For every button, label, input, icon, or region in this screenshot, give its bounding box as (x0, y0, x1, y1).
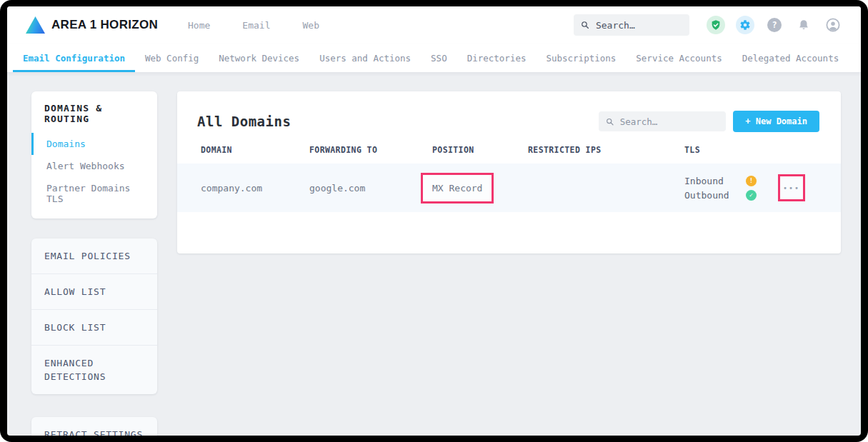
panel-header: All Domains + New Domain (177, 91, 841, 145)
tab-sso[interactable]: SSO (421, 44, 457, 72)
sidebar-section-allow-list[interactable]: ALLOW LIST (31, 273, 157, 309)
brand-name: AREA 1 HORIZON (51, 18, 158, 32)
tab-users-and-actions[interactable]: Users and Actions (309, 44, 421, 72)
gear-icon[interactable] (736, 16, 754, 34)
row-actions-menu-button[interactable]: ••• (778, 174, 805, 201)
search-icon (581, 20, 589, 30)
sidebar-section-enhanced-detections[interactable]: ENHANCED DETECTIONS (31, 345, 157, 394)
tab-delegated-accounts[interactable]: Delegated Accounts (732, 44, 849, 72)
sidebar-section-block-list[interactable]: BLOCK LIST (31, 309, 157, 345)
top-bar: AREA 1 HORIZON Home Email Web ? (7, 6, 861, 44)
top-nav-web[interactable]: Web (302, 20, 319, 31)
sidebar-section-email-policies[interactable]: EMAIL POLICIES (31, 238, 157, 273)
help-icon[interactable]: ? (765, 16, 784, 34)
ellipsis-icon: ••• (783, 184, 800, 192)
top-nav-email[interactable]: Email (242, 20, 270, 31)
brand-logo[interactable]: AREA 1 HORIZON (26, 16, 158, 34)
column-header-domain: DOMAIN (201, 145, 309, 155)
column-header-restricted-ips: RESTRICTED IPS (528, 145, 684, 155)
column-header-position: POSITION (432, 145, 528, 155)
bell-icon[interactable] (794, 16, 813, 34)
new-domain-button[interactable]: + New Domain (733, 111, 819, 132)
cell-domain: company.com (201, 183, 309, 194)
sidebar-item-domains[interactable]: Domains (31, 133, 157, 155)
check-icon: ✓ (746, 190, 757, 201)
tls-inbound-row: Inbound ! (684, 176, 781, 186)
sidebar-item-alert-webhooks[interactable]: Alert Webhooks (31, 155, 157, 177)
tls-outbound-row: Outbound ✓ (684, 190, 781, 201)
tab-network-devices[interactable]: Network Devices (209, 44, 309, 72)
area1-triangle-icon (26, 16, 45, 34)
shield-check-icon[interactable] (707, 16, 725, 34)
cell-actions: ••• (781, 174, 841, 201)
config-tab-bar: Email Configuration Web Config Network D… (7, 44, 861, 73)
policies-card: EMAIL POLICIES ALLOW LIST BLOCK LIST ENH… (31, 238, 157, 394)
tls-inbound-label: Inbound (684, 176, 746, 186)
global-search-input[interactable] (596, 20, 682, 31)
sidebar-item-partner-domains-tls[interactable]: Partner Domains TLS (31, 177, 157, 210)
search-icon (606, 117, 614, 126)
page-title: All Domains (197, 114, 291, 129)
warning-icon: ! (746, 176, 757, 186)
top-icon-row: ? (707, 16, 842, 34)
tab-service-accounts[interactable]: Service Accounts (626, 44, 732, 72)
domains-routing-title: DOMAINS & ROUTING (31, 91, 157, 133)
tab-subscriptions[interactable]: Subscriptions (536, 44, 626, 72)
sidebar: DOMAINS & ROUTING Domains Alert Webhooks… (31, 91, 157, 436)
page-body: DOMAINS & ROUTING Domains Alert Webhooks… (7, 73, 861, 436)
tab-email-configuration[interactable]: Email Configuration (13, 44, 135, 72)
column-header-forwarding-to: FORWARDING TO (309, 145, 432, 155)
domain-search-input[interactable] (620, 116, 719, 127)
top-nav: Home Email Web (188, 20, 319, 31)
global-search[interactable] (574, 14, 689, 36)
all-domains-panel: All Domains + New Domain DOMAIN FORWARDI… (177, 91, 841, 253)
table-header-row: DOMAIN FORWARDING TO POSITION RESTRICTED… (177, 145, 841, 164)
retract-settings-card: RETRACT SETTINGS (31, 417, 157, 436)
cell-forwarding-to: google.com (309, 183, 432, 194)
app-window: AREA 1 HORIZON Home Email Web ? (7, 6, 861, 436)
screenshot-frame: AREA 1 HORIZON Home Email Web ? (0, 0, 868, 442)
tls-outbound-label: Outbound (684, 190, 746, 201)
position-highlight-box: MX Record (421, 173, 494, 204)
table-row[interactable]: company.com google.com MX Record Inbound… (177, 164, 841, 212)
cell-position: MX Record (432, 173, 528, 204)
tab-web-config[interactable]: Web Config (135, 44, 209, 72)
position-value: MX Record (432, 183, 482, 194)
sidebar-section-retract-settings[interactable]: RETRACT SETTINGS (31, 417, 157, 436)
cell-tls: Inbound ! Outbound ✓ (684, 176, 781, 201)
domain-search[interactable] (599, 111, 726, 131)
domains-routing-card: DOMAINS & ROUTING Domains Alert Webhooks… (31, 91, 157, 219)
account-icon[interactable] (824, 16, 842, 34)
tab-directories[interactable]: Directories (457, 44, 537, 72)
top-nav-home[interactable]: Home (188, 20, 210, 31)
column-header-tls: TLS (684, 145, 781, 155)
